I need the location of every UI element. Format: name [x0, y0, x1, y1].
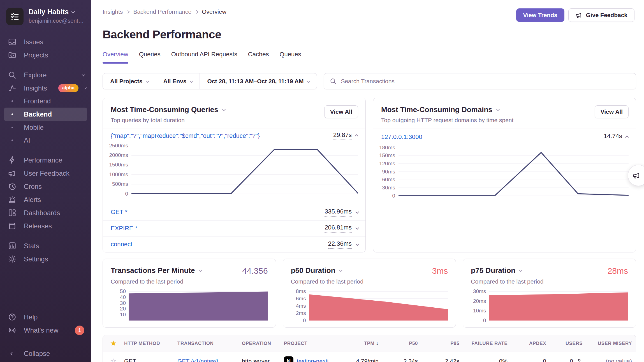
star-outline-icon[interactable]: ☆	[110, 357, 124, 362]
query-row: EXPIRE * 206.81ms	[103, 221, 365, 236]
breadcrumb: Insights Backend Performance Overview	[103, 8, 226, 15]
y-axis-tick: 2500ms	[109, 143, 128, 149]
breadcrumb-insights[interactable]: Insights	[103, 8, 123, 15]
sidebar-item-backend[interactable]: Backend	[4, 108, 87, 121]
star-filled-icon[interactable]: ★	[110, 339, 124, 348]
query-link[interactable]: GET *	[111, 208, 128, 216]
cell-transaction-link[interactable]: GET /v1/notes/t…	[177, 358, 242, 362]
sidebar-item-help[interactable]: Help	[0, 310, 91, 324]
query-duration-toggle[interactable]: 22.36ms	[328, 240, 358, 249]
app-root: Daily Habits benjamin.coe@sent… Issues P…	[0, 0, 644, 362]
col-tpm-sort[interactable]: TPM ↓	[351, 340, 379, 346]
tab-caches[interactable]: Caches	[248, 51, 269, 63]
org-switcher[interactable]: Daily Habits benjamin.coe@sent…	[0, 8, 91, 25]
sidebar-item-alerts[interactable]: Alerts	[0, 193, 91, 206]
query-row: connect 22.36ms	[103, 236, 365, 252]
queries-view-all-button[interactable]: View All	[324, 105, 358, 118]
queries-trend-chart[interactable]	[131, 146, 358, 194]
y-axis-tick: 20ms	[473, 298, 486, 304]
col-apdex: APDEX	[508, 341, 546, 346]
query-duration-toggle[interactable]: 206.81ms	[325, 224, 358, 233]
chevron-down-icon	[71, 10, 75, 13]
alpha-badge: alpha	[58, 84, 78, 92]
sidebar-collapse-button[interactable]: Collapse	[0, 345, 91, 362]
query-link[interactable]: {"map":"?","mapReduce":"$cmd","out":"?",…	[111, 132, 260, 140]
cell-operation: http.server	[242, 358, 284, 362]
domains-view-all-button[interactable]: View All	[595, 105, 629, 118]
query-link[interactable]: EXPIRE *	[111, 225, 137, 232]
col-transaction: TRANSACTION	[177, 341, 242, 346]
p75-subtitle: Compared to the last period	[471, 278, 628, 285]
table-header-row: ★ HTTP METHOD TRANSACTION OPERATION PROJ…	[103, 335, 636, 352]
domain-link[interactable]: 127.0.0.1:3000	[381, 133, 422, 141]
sidebar-item-releases[interactable]: Releases	[0, 219, 91, 233]
tpm-trend-chart	[129, 291, 268, 321]
chevron-down-icon[interactable]	[198, 268, 202, 272]
sidebar-item-stats[interactable]: Stats	[0, 239, 91, 252]
chevron-down-icon	[356, 242, 359, 246]
y-axis-tick: 0	[125, 191, 128, 197]
chevron-down-icon[interactable]	[339, 268, 342, 272]
y-axis-tick: 30ms	[382, 185, 395, 191]
p50-value: 3ms	[432, 266, 448, 276]
breadcrumb-backend-performance[interactable]: Backend Performance	[133, 8, 191, 15]
y-axis-tick: 30ms	[473, 288, 486, 294]
org-avatar	[6, 8, 24, 25]
archive-box-icon	[8, 222, 17, 230]
y-axis-tick: 4ms	[296, 303, 306, 309]
domains-card-title: Most Time-Consuming Domains	[381, 105, 492, 114]
whats-new-badge: 1	[75, 326, 84, 335]
sidebar-item-insights[interactable]: Insights alpha	[0, 82, 91, 95]
query-row: GET * 335.96ms	[103, 204, 365, 220]
date-range-filter[interactable]: Oct 28, 11:13 AM–Oct 28, 11:19 AM	[200, 73, 317, 89]
y-axis-tick: 1500ms	[109, 162, 128, 168]
col-p50: P50	[379, 341, 418, 346]
y-axis-tick: 500ms	[112, 181, 128, 187]
dashboard-grid-icon	[8, 208, 17, 217]
col-user-misery: USER MISERY	[583, 341, 632, 346]
bullet-icon	[11, 100, 13, 102]
sidebar-item-settings[interactable]: Settings	[0, 252, 91, 266]
query-link[interactable]: connect	[111, 241, 132, 248]
sidebar-item-user-feedback[interactable]: User Feedback	[0, 167, 91, 180]
y-axis-tick: 0	[483, 317, 486, 324]
sidebar-item-crons[interactable]: Crons	[0, 180, 91, 193]
chevron-down-icon	[356, 226, 359, 230]
sidebar-item-performance[interactable]: Performance	[0, 154, 91, 167]
give-feedback-button[interactable]: Give Feedback	[568, 8, 634, 22]
nextjs-project-icon: N	[284, 356, 293, 362]
chevron-down-icon[interactable]	[519, 268, 523, 272]
org-name: Daily Habits	[29, 8, 69, 16]
tab-overview[interactable]: Overview	[103, 51, 128, 63]
search-icon	[8, 71, 17, 79]
sidebar-item-projects[interactable]: Projects	[0, 48, 91, 62]
chevron-down-icon[interactable]	[222, 108, 226, 111]
domain-duration-toggle[interactable]: 14.74s	[604, 133, 629, 141]
tab-outbound-api-requests[interactable]: Outbound API Requests	[171, 51, 237, 63]
sidebar-item-frontend[interactable]: Frontend	[0, 95, 91, 108]
cell-project-link[interactable]: testing-nextj…	[297, 358, 334, 362]
sidebar-item-issues[interactable]: Issues	[0, 35, 91, 48]
clock-history-icon	[8, 182, 17, 191]
project-filter[interactable]: All Projects	[103, 73, 156, 89]
sidebar-item-ai[interactable]: AI	[0, 134, 91, 147]
view-trends-button[interactable]: View Trends	[516, 8, 564, 22]
query-duration-toggle[interactable]: 335.96ms	[325, 208, 358, 217]
search-transactions-input[interactable]	[341, 78, 630, 85]
sidebar-item-explore[interactable]: Explore	[0, 68, 91, 82]
search-icon	[330, 78, 337, 85]
sidebar-item-whats-new[interactable]: What's new 1	[0, 324, 91, 337]
chevron-down-icon[interactable]	[496, 108, 500, 111]
tab-queues[interactable]: Queues	[279, 51, 301, 63]
col-failure-rate: FAILURE RATE	[459, 341, 508, 346]
y-axis-tick: 150ms	[379, 152, 395, 159]
tab-queries[interactable]: Queries	[139, 51, 161, 63]
domains-trend-chart[interactable]	[399, 148, 629, 196]
query-duration-toggle[interactable]: 29.87s	[333, 131, 358, 140]
sidebar-item-mobile[interactable]: Mobile	[0, 121, 91, 134]
environment-filter[interactable]: All Envs	[156, 73, 200, 89]
cell-p95: 2.42s	[418, 358, 459, 362]
sidebar-item-dashboards[interactable]: Dashboards	[0, 206, 91, 219]
y-axis-tick: 8ms	[296, 288, 306, 294]
col-users: USERS	[546, 341, 583, 346]
